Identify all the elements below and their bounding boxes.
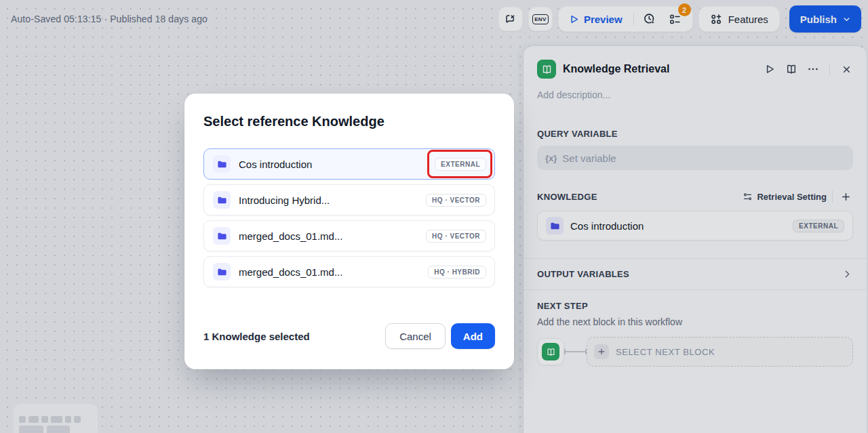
knowledge-option-name: merged_docs_01.md... [239,266,420,278]
knowledge-option-badge: HQ · VECTOR [426,230,486,243]
folder-icon [213,227,231,245]
knowledge-list: Cos introduction EXTERNAL Introducing Hy… [203,148,495,287]
knowledge-option[interactable]: merged_docs_01.md... HQ · HYBRID [203,256,495,287]
knowledge-option-badge: HQ · HYBRID [428,266,486,279]
select-knowledge-modal: Select reference Knowledge Cos introduct… [184,94,514,369]
folder-icon [213,263,231,281]
cancel-button[interactable]: Cancel [385,323,446,349]
knowledge-option-badge: HQ · VECTOR [426,194,486,207]
knowledge-option[interactable]: merged_docs_01.md... HQ · VECTOR [203,220,495,251]
knowledge-option[interactable]: Introducing Hybrid... HQ · VECTOR [203,184,495,215]
knowledge-option-selected[interactable]: Cos introduction EXTERNAL [203,148,495,180]
folder-icon [213,191,231,209]
knowledge-option-name: Cos introduction [239,159,427,170]
knowledge-option-name: merged_docs_01.md... [239,230,418,242]
knowledge-option-name: Introducing Hybrid... [239,194,418,206]
modal-title: Select reference Knowledge [203,114,495,129]
folder-icon [213,155,231,173]
selection-summary: 1 Knowledge selected [203,331,310,342]
knowledge-option-badge: EXTERNAL [435,158,486,171]
add-button[interactable]: Add [451,323,495,349]
